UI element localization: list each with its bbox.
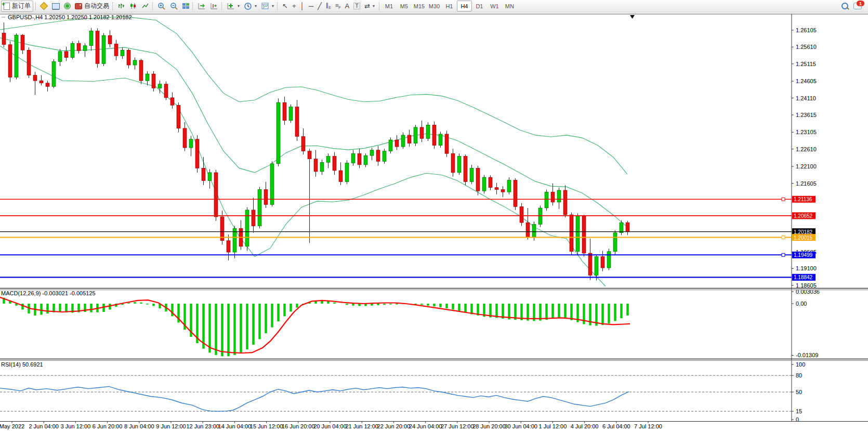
candle[interactable] <box>121 47 124 59</box>
trendline-tool-button[interactable]: ╱ <box>315 1 324 11</box>
rsi-pane[interactable] <box>0 375 792 411</box>
candle[interactable] <box>277 98 280 166</box>
text-tool-button[interactable]: A <box>343 1 352 11</box>
zoom-out-button[interactable] <box>168 1 180 11</box>
auto-scroll-button[interactable] <box>195 1 208 11</box>
candle[interactable] <box>439 132 442 148</box>
candle[interactable] <box>333 152 336 175</box>
candle[interactable] <box>77 41 81 54</box>
candle[interactable] <box>514 178 517 210</box>
crosshair-tool-button[interactable]: + <box>290 1 298 11</box>
time-axis[interactable]: May 20222 Jun 04:003 Jun 12:006 Jun 20:0… <box>0 422 662 429</box>
candle[interactable] <box>545 190 548 211</box>
candle[interactable] <box>588 239 592 280</box>
price-level-line[interactable]: 1.21136 <box>0 196 816 203</box>
candle[interactable] <box>326 153 330 168</box>
candle[interactable] <box>582 215 586 257</box>
candle[interactable] <box>320 160 324 175</box>
chart-area[interactable]: 1.261051.256101.251151.246051.241101.236… <box>0 0 868 431</box>
candle[interactable] <box>21 34 24 55</box>
price-level-line[interactable]: 1.18842 <box>0 274 816 281</box>
candle[interactable] <box>520 203 523 226</box>
candle[interactable] <box>339 162 343 185</box>
candle[interactable] <box>595 254 598 280</box>
candle[interactable] <box>83 43 87 57</box>
candle[interactable] <box>245 207 249 251</box>
price-level-line[interactable]: 1.20015 <box>0 234 816 241</box>
candle[interactable] <box>146 71 149 85</box>
candle[interactable] <box>501 186 505 197</box>
candle[interactable] <box>15 33 18 79</box>
candle[interactable] <box>470 165 474 184</box>
candle[interactable] <box>164 82 168 100</box>
candle[interactable] <box>258 187 261 228</box>
templates-button[interactable]: ▾ <box>259 1 276 11</box>
candle[interactable] <box>507 177 511 194</box>
candle[interactable] <box>495 183 498 194</box>
candle[interactable] <box>177 102 180 133</box>
horizontal-line-tool-button[interactable]: ─ <box>307 1 315 11</box>
candle[interactable] <box>376 146 380 166</box>
candle[interactable] <box>526 208 530 240</box>
candle[interactable] <box>71 41 74 59</box>
candle[interactable] <box>227 234 230 260</box>
candle[interactable] <box>620 220 623 236</box>
candle[interactable] <box>33 72 37 95</box>
cursor-tool-button[interactable]: ↖ <box>280 1 290 11</box>
text-label-tool-button[interactable]: T <box>351 1 362 11</box>
timeframe-button-m1[interactable]: M1 <box>382 1 397 11</box>
candle[interactable] <box>208 169 212 188</box>
candle[interactable] <box>308 149 311 243</box>
candle[interactable] <box>108 30 112 47</box>
timeframe-button-d1[interactable]: D1 <box>472 1 487 11</box>
candle[interactable] <box>239 220 243 250</box>
candle[interactable] <box>345 160 349 184</box>
candle[interactable] <box>570 212 573 255</box>
candle[interactable] <box>607 249 611 270</box>
candle[interactable] <box>46 81 49 92</box>
candle[interactable] <box>383 149 386 164</box>
candle[interactable] <box>114 40 118 60</box>
candle[interactable] <box>214 170 218 221</box>
candle[interactable] <box>457 153 461 175</box>
candle[interactable] <box>170 92 174 108</box>
candle[interactable] <box>264 182 268 208</box>
candle[interactable] <box>301 128 305 154</box>
candle[interactable] <box>407 129 411 147</box>
candle[interactable] <box>133 58 137 70</box>
macd-pane[interactable] <box>0 297 630 356</box>
candle[interactable] <box>451 149 455 177</box>
market-watch-button[interactable] <box>50 1 62 11</box>
candle[interactable] <box>96 28 99 68</box>
candle[interactable] <box>414 125 417 146</box>
candle[interactable] <box>420 121 424 142</box>
timeframe-button-m30[interactable]: M30 <box>427 1 442 11</box>
timeframe-button-mn[interactable]: MN <box>502 1 517 11</box>
timeframe-button-m15[interactable]: M15 <box>412 1 427 11</box>
timeframe-button-h1[interactable]: H1 <box>442 1 457 11</box>
candle[interactable] <box>27 47 31 78</box>
candle[interactable] <box>195 135 199 173</box>
chat-icon[interactable]: 1 <box>853 3 862 9</box>
autotrade-button[interactable]: 自动交易 <box>73 1 111 11</box>
candle[interactable] <box>576 213 580 255</box>
candle[interactable] <box>557 188 561 209</box>
candle[interactable] <box>464 154 467 185</box>
candle[interactable] <box>426 122 430 141</box>
candle[interactable] <box>189 136 193 156</box>
metaeditor-button[interactable] <box>38 1 50 11</box>
price-level-line[interactable]: 1.19499 <box>0 252 816 258</box>
price-level-line[interactable]: 1.20182 <box>0 228 816 235</box>
candle[interactable] <box>2 22 6 47</box>
candle[interactable] <box>52 59 56 88</box>
candle[interactable] <box>127 49 130 69</box>
candle[interactable] <box>314 150 318 177</box>
price-axis[interactable]: 1.261051.256101.251151.246051.241101.236… <box>792 27 820 423</box>
candle[interactable] <box>295 100 299 141</box>
candle[interactable] <box>233 226 236 258</box>
candle[interactable] <box>401 133 405 149</box>
candle[interactable] <box>40 75 43 86</box>
price-level-line[interactable]: 1.20652 <box>0 212 816 219</box>
zoom-in-button[interactable] <box>155 1 168 11</box>
candle[interactable] <box>601 251 604 271</box>
